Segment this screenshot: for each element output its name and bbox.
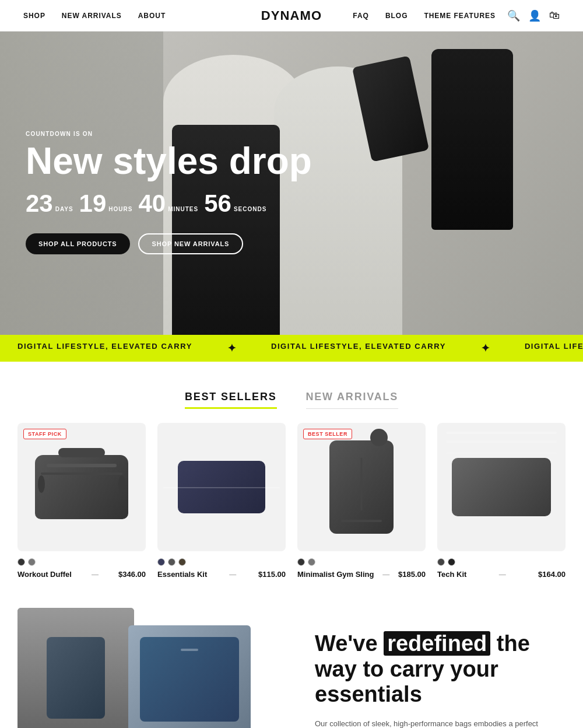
product-name-gym-sling: Minimalist Gym Sling: [297, 570, 374, 579]
timer-hours: 19 HOURS: [79, 191, 133, 216]
account-icon[interactable]: 👤: [528, 9, 541, 22]
color-dot: [28, 558, 36, 566]
bottom-text: We've redefined the way to carry your es…: [286, 608, 583, 728]
nav-link-about[interactable]: ABOUT: [138, 12, 166, 20]
color-dot: [157, 558, 165, 566]
timer-days: 23 DAYS: [26, 191, 73, 216]
product-info-essentials-kit: Essentials Kit — $115.00: [157, 570, 286, 579]
timer-hours-label: HOURS: [108, 206, 132, 216]
cart-icon[interactable]: 🛍: [549, 9, 560, 22]
search-icon[interactable]: 🔍: [507, 9, 520, 22]
hero-bag-backpack: [431, 49, 513, 230]
nav-link-blog[interactable]: BLOG: [385, 12, 408, 20]
product-image-tech-kit: [437, 423, 566, 551]
product-price-workout-duffel: $346.00: [118, 570, 146, 579]
product-card-essentials-kit[interactable]: Essentials Kit — $115.00: [157, 423, 286, 579]
shop-all-products-button[interactable]: SHOP ALL PRODUCTS: [26, 233, 130, 254]
site-logo[interactable]: DYNAMO: [261, 8, 322, 23]
product-colors-gym-sling: [297, 558, 426, 566]
product-card-gym-sling[interactable]: BEST SELLER Minimalist Gym Sling — $185.…: [297, 423, 426, 579]
tab-buttons: BEST SELLERS NEW ARRIVALS: [23, 391, 560, 409]
color-dot: [178, 558, 186, 566]
product-essentials-shape: [178, 461, 265, 513]
bottom-images: [0, 608, 286, 728]
ticker-bar: DIGITAL LIFESTYLE, ELEVATED CARRY ✦ DIGI…: [0, 335, 583, 362]
product-dash: —: [499, 570, 506, 579]
headline-highlight: redefined: [384, 631, 490, 656]
color-dot: [168, 558, 175, 566]
ticker-inner: DIGITAL LIFESTYLE, ELEVATED CARRY ✦ DIGI…: [0, 342, 583, 355]
nav-right: FAQ BLOG THEME FEATURES 🔍 👤 🛍: [353, 9, 560, 22]
hero-content: COUNTDOWN IS ON New styles drop 23 DAYS …: [26, 131, 312, 254]
timer-days-num: 23: [26, 191, 53, 216]
hero-timer: 23 DAYS 19 HOURS 40 MINUTES 56 SECONDS: [26, 191, 312, 216]
nav-left: SHOP NEW ARRIVALS ABOUT: [23, 12, 166, 20]
product-tabs-section: BEST SELLERS NEW ARRIVALS: [0, 362, 583, 409]
nav-right-links: FAQ BLOG THEME FEATURES: [353, 12, 496, 20]
nav-link-new-arrivals[interactable]: NEW ARRIVALS: [62, 12, 122, 20]
bottom-body-text: Our collection of sleek, high-performanc…: [315, 718, 560, 728]
product-dash: —: [229, 570, 236, 579]
ticker-text-3: DIGITAL LIFESTYLE, ELEVATED CARRY: [525, 342, 583, 355]
hero-section: COUNTDOWN IS ON New styles drop 23 DAYS …: [0, 32, 583, 335]
shop-new-arrivals-button[interactable]: SHOP NEW ARRIVALS: [138, 233, 244, 254]
products-grid: STAFF PICK Workout Duffel — $346.00: [0, 409, 583, 608]
navbar: SHOP NEW ARRIVALS ABOUT DYNAMO FAQ BLOG …: [0, 0, 583, 32]
product-image-gym-sling: BEST SELLER: [297, 423, 426, 551]
badge-best-seller: BEST SELLER: [303, 429, 352, 439]
product-colors-tech-kit: [437, 558, 566, 566]
badge-staff-pick: STAFF PICK: [23, 429, 66, 439]
product-card-tech-kit[interactable]: Tech Kit — $164.00: [437, 423, 566, 579]
product-techkit-shape: [452, 458, 551, 516]
product-price-tech-kit: $164.00: [538, 570, 566, 579]
headline-pre: We've: [315, 631, 378, 656]
product-colors-essentials-kit: [157, 558, 286, 566]
ticker-text-2: DIGITAL LIFESTYLE, ELEVATED CARRY: [271, 342, 446, 355]
nav-icons: 🔍 👤 🛍: [507, 9, 560, 22]
product-info-gym-sling: Minimalist Gym Sling — $185.00: [297, 570, 426, 579]
product-info-workout-duffel: Workout Duffel — $346.00: [17, 570, 146, 579]
product-dash: —: [92, 570, 99, 579]
countdown-label: COUNTDOWN IS ON: [26, 131, 312, 137]
timer-hours-num: 19: [79, 191, 107, 216]
product-sling-shape: [329, 440, 394, 534]
timer-seconds-num: 56: [204, 191, 231, 216]
bottom-image-person: [17, 608, 134, 728]
tab-best-sellers[interactable]: BEST SELLERS: [185, 391, 277, 409]
product-colors-workout-duffel: [17, 558, 146, 566]
ticker-text-1: DIGITAL LIFESTYLE, ELEVATED CARRY: [17, 342, 192, 355]
timer-minutes-label: MINUTES: [168, 206, 198, 216]
product-duffle-shape: [35, 455, 128, 519]
color-dot: [437, 558, 445, 566]
timer-seconds-label: SECONDS: [234, 206, 266, 216]
nav-link-shop[interactable]: SHOP: [23, 12, 45, 20]
nav-link-theme-features[interactable]: THEME FEATURES: [424, 12, 496, 20]
ticker-dot-2: ✦: [481, 342, 490, 355]
color-dot: [297, 558, 305, 566]
product-info-tech-kit: Tech Kit — $164.00: [437, 570, 566, 579]
hero-buttons: SHOP ALL PRODUCTS SHOP NEW ARRIVALS: [26, 233, 312, 254]
product-price-essentials-kit: $115.00: [258, 570, 286, 579]
timer-minutes: 40 MINUTES: [138, 191, 198, 216]
product-card-workout-duffel[interactable]: STAFF PICK Workout Duffel — $346.00: [17, 423, 146, 579]
timer-days-label: DAYS: [55, 206, 73, 216]
product-price-gym-sling: $185.00: [398, 570, 426, 579]
product-image-essentials-kit: [157, 423, 286, 551]
color-dot: [308, 558, 315, 566]
hero-title: New styles drop: [26, 142, 312, 181]
timer-minutes-num: 40: [138, 191, 166, 216]
bottom-image-kit: [128, 625, 251, 728]
tab-new-arrivals[interactable]: NEW ARRIVALS: [306, 391, 399, 409]
nav-link-faq[interactable]: FAQ: [353, 12, 369, 20]
color-dot: [17, 558, 25, 566]
bottom-headline: We've redefined the way to carry your es…: [315, 631, 560, 708]
ticker-dot-1: ✦: [227, 342, 236, 355]
product-name-essentials-kit: Essentials Kit: [157, 570, 207, 579]
bottom-section: We've redefined the way to carry your es…: [0, 608, 583, 728]
color-dot: [448, 558, 455, 566]
product-dash: —: [382, 570, 389, 579]
product-image-workout-duffel: STAFF PICK: [17, 423, 146, 551]
product-name-workout-duffel: Workout Duffel: [17, 570, 72, 579]
timer-seconds: 56 SECONDS: [204, 191, 266, 216]
product-name-tech-kit: Tech Kit: [437, 570, 466, 579]
